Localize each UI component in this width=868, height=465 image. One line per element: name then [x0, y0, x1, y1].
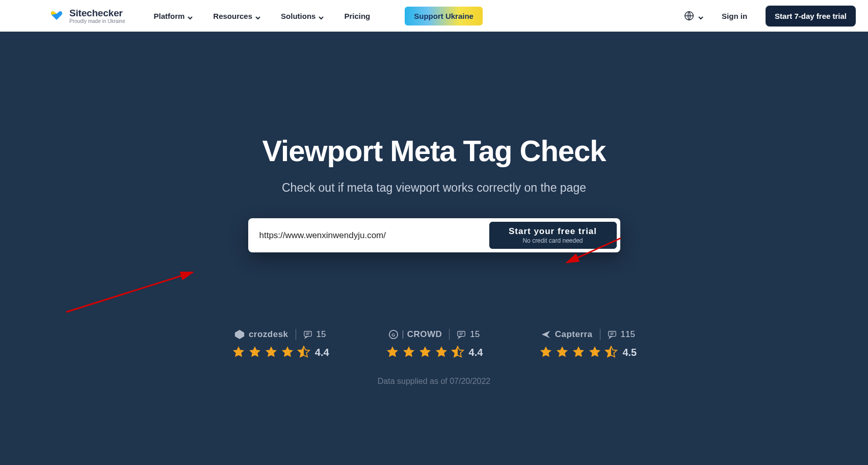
provider-logo: Capterra — [541, 329, 593, 340]
page-title: Viewport Meta Tag Check — [12, 134, 856, 168]
stars-4-4 — [385, 345, 465, 359]
data-supplied-note: Data supplied as of 07/20/2022 — [12, 377, 856, 386]
nav-solutions[interactable]: Solutions — [281, 12, 324, 20]
brand-name: Sitechecker — [69, 8, 125, 18]
rating-score: 4.4 — [315, 347, 329, 358]
nav-label: Platform — [154, 12, 185, 20]
rating-score: 4.5 — [622, 347, 637, 358]
nav-label: Resources — [213, 12, 252, 20]
star-half-icon — [604, 345, 618, 359]
star-icon — [231, 345, 246, 359]
divider — [600, 329, 600, 340]
svg-rect-14 — [608, 331, 615, 337]
url-check-form: Start your free trial No credit card nee… — [248, 218, 620, 252]
nav-pricing[interactable]: Pricing — [344, 12, 370, 20]
logo-heart-icon — [49, 10, 64, 22]
stars-4-4 — [231, 345, 311, 359]
main-nav: Platform Resources Solutions Pricing Sup… — [154, 7, 483, 25]
page-subtitle: Check out if meta tag viewport works cor… — [12, 181, 856, 195]
review-count: 15 — [457, 329, 480, 340]
svg-rect-10 — [458, 331, 465, 337]
language-selector[interactable] — [684, 11, 703, 21]
svg-text:G: G — [391, 332, 396, 338]
star-half-icon — [451, 345, 465, 359]
trial-button-line2: No credit card needed — [504, 238, 602, 245]
stars-4-5 — [539, 345, 618, 359]
chevron-down-icon — [319, 13, 324, 18]
start-free-trial-button[interactable]: Start 7-day free trial — [766, 6, 856, 27]
provider-name: Capterra — [555, 329, 593, 340]
brand-tagline: Proudly made in Ukraine — [69, 19, 125, 24]
sign-in-link[interactable]: Sign in — [722, 12, 747, 20]
ratings-row: crozdesk 15 4.4 — [12, 329, 856, 359]
g2-icon: G — [388, 329, 399, 340]
comment-icon — [457, 330, 466, 339]
provider-logo: G CROWD — [388, 329, 442, 340]
nav-platform[interactable]: Platform — [154, 12, 193, 20]
provider-logo: crozdesk — [234, 329, 288, 340]
svg-marker-3 — [235, 330, 244, 339]
rating-capterra: Capterra 115 4.5 — [539, 329, 637, 359]
divider — [449, 329, 450, 340]
star-icon — [571, 345, 586, 359]
globe-icon — [684, 11, 694, 21]
star-icon — [555, 345, 569, 359]
chevron-down-icon — [255, 13, 260, 18]
annotation-arrow-left-icon — [66, 251, 199, 317]
start-trial-button[interactable]: Start your free trial No credit card nee… — [489, 222, 617, 249]
url-input[interactable] — [257, 223, 484, 248]
chevron-down-icon — [698, 13, 703, 18]
support-ukraine-button[interactable]: Support Ukraine — [405, 7, 483, 25]
star-icon — [434, 345, 449, 359]
rating-crozdesk: crozdesk 15 4.4 — [231, 329, 329, 359]
nav-label: Solutions — [281, 12, 315, 20]
rating-g2crowd: G CROWD 15 — [385, 329, 483, 359]
review-count: 115 — [608, 329, 635, 340]
star-icon — [539, 345, 553, 359]
review-number: 15 — [470, 329, 480, 340]
nav-resources[interactable]: Resources — [213, 12, 260, 20]
brand[interactable]: Sitechecker Proudly made in Ukraine — [49, 8, 125, 24]
star-icon — [248, 345, 262, 359]
comment-icon — [608, 330, 617, 339]
review-number: 115 — [621, 329, 635, 340]
divider — [296, 329, 296, 340]
rating-score: 4.4 — [469, 347, 483, 358]
star-icon — [280, 345, 295, 359]
crozdesk-icon — [234, 329, 245, 340]
star-icon — [385, 345, 400, 359]
provider-name: crozdesk — [249, 329, 288, 340]
star-icon — [402, 345, 416, 359]
review-count: 15 — [303, 329, 326, 340]
chevron-down-icon — [188, 13, 193, 18]
hero: Viewport Meta Tag Check Check out if met… — [0, 32, 868, 425]
capterra-icon — [541, 329, 551, 340]
svg-rect-4 — [304, 331, 311, 337]
provider-name: CROWD — [407, 329, 442, 340]
star-icon — [418, 345, 432, 359]
comment-icon — [303, 330, 312, 339]
review-number: 15 — [317, 329, 326, 340]
star-icon — [588, 345, 602, 359]
svg-line-1 — [66, 272, 193, 312]
star-half-icon — [297, 345, 311, 359]
trial-button-line1: Start your free trial — [504, 226, 602, 237]
site-header: Sitechecker Proudly made in Ukraine Plat… — [0, 0, 868, 32]
star-icon — [264, 345, 278, 359]
